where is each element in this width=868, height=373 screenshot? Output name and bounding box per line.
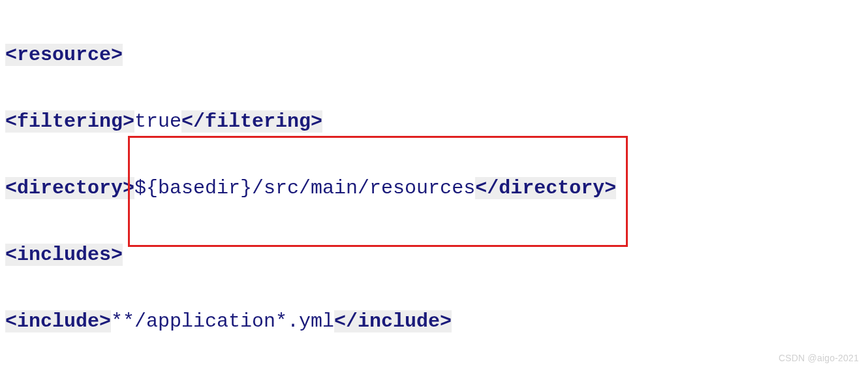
tag-include-open-1: <include> [5,310,111,332]
code-line-2: <filtering>true</filtering> [5,105,863,138]
watermark-text: CSDN @aigo-2021 [779,351,859,366]
tag-include-close-1: </include> [334,310,452,332]
tag-filtering-close: </filtering> [181,110,322,133]
tag-resource-open: <resource> [5,44,123,66]
code-line-3: <directory>${basedir}/src/main/resources… [5,172,863,205]
code-line-4: <includes> [5,238,863,272]
tag-includes-open: <includes> [5,244,123,266]
tag-filtering-open: <filtering> [5,110,134,133]
tag-directory-close: </directory> [475,177,616,199]
code-line-5: <include>**/application*.yml</include> [5,305,863,338]
xml-code-snippet: <resource> <filtering>true</filtering> <… [5,5,863,373]
code-line-1: <resource> [5,39,863,72]
filtering-value: true [134,110,181,133]
include-value-1: **/application*.yml [111,310,334,332]
tag-directory-open: <directory> [5,177,134,199]
directory-value: ${basedir}/src/main/resources [134,177,475,199]
